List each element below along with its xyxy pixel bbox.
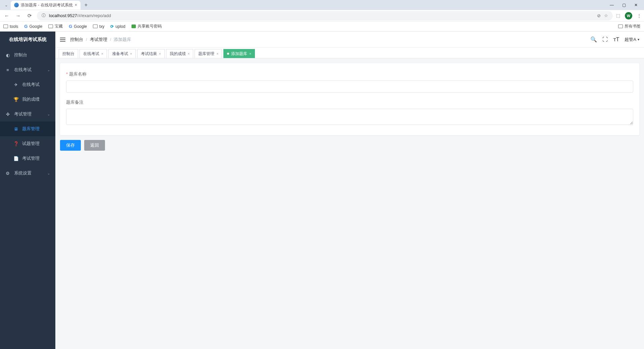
fullscreen-icon[interactable]: ⛶ xyxy=(602,37,608,43)
active-dot-icon xyxy=(227,53,229,55)
plane-icon: ✈ xyxy=(13,82,18,87)
main-area: 控制台 / 考试管理 / 添加题库 🔍 ⛶ ᴛT 超管A ▾ 控制台 在线考试×… xyxy=(55,32,644,349)
question-icon: ❓ xyxy=(13,141,18,146)
google-icon: G xyxy=(69,24,72,29)
bookmark-google-1[interactable]: GGoogle xyxy=(24,24,42,29)
sidebar-item-online-exam[interactable]: ≡ 在线考试 ⌄ xyxy=(0,62,55,77)
sidebar-sub-my-score[interactable]: 🏆 我的成绩 xyxy=(0,92,55,107)
sidebar-item-system-settings[interactable]: ⚙ 系统设置 ⌄ xyxy=(0,166,55,181)
close-window-icon[interactable]: ✕ xyxy=(634,3,638,7)
breadcrumb-current: 添加题库 xyxy=(114,37,131,43)
bookmark-shared-pw[interactable]: 共享账号密码 xyxy=(131,23,162,29)
close-icon[interactable]: × xyxy=(130,52,132,56)
sidebar-item-console[interactable]: ◐ 控制台 xyxy=(0,48,55,62)
tab-repo-manage[interactable]: 题库管理× xyxy=(195,49,222,58)
browser-tab-active[interactable]: 添加题库 - 在线培训考试系统 × xyxy=(11,1,80,10)
dashboard-icon: ◐ xyxy=(5,53,10,58)
back-icon[interactable]: ← xyxy=(3,13,11,18)
favicon-icon xyxy=(14,3,19,7)
browser-menu-icon[interactable]: ⋮ xyxy=(637,13,641,18)
sidebar-item-label: 控制台 xyxy=(14,52,27,58)
url-text: localhost:9527/#/exam/repo/add xyxy=(49,13,111,18)
new-tab-button[interactable]: + xyxy=(82,2,90,8)
sidebar-sub-exam-manage[interactable]: 📄 考试管理 xyxy=(0,151,55,166)
bookmark-star-icon[interactable]: ☆ xyxy=(604,13,608,18)
sidebar-item-label: 考试管理 xyxy=(14,111,32,117)
site-info-icon[interactable]: ⓘ xyxy=(42,13,46,18)
page-content: *题库名称 题库备注 保存 返回 xyxy=(55,58,644,155)
close-icon[interactable]: × xyxy=(188,52,190,56)
chevron-down-icon: ⌄ xyxy=(47,68,50,72)
browser-tab-title: 添加题库 - 在线培训考试系统 xyxy=(21,2,73,8)
profile-avatar[interactable]: W xyxy=(625,12,632,19)
tab-online-exam[interactable]: 在线考试× xyxy=(79,49,107,58)
chevron-down-icon: ⌄ xyxy=(47,112,50,116)
address-bar: ← → ⟳ ⓘ localhost:9527/#/exam/repo/add ⊘… xyxy=(0,10,644,21)
page-tabs: 控制台 在线考试× 准备考试× 考试结果× 我的成绩× 题库管理× 添加题库× xyxy=(55,48,644,58)
back-button[interactable]: 返回 xyxy=(84,140,105,151)
settings-icon: ⚙ xyxy=(5,171,10,176)
tab-my-score[interactable]: 我的成绩× xyxy=(166,49,194,58)
repo-remark-input[interactable] xyxy=(66,109,633,125)
browser-tab-strip: ⌄ 添加题库 - 在线培训考试系统 × + — ▢ ✕ xyxy=(0,0,644,10)
close-icon[interactable]: × xyxy=(159,52,161,56)
close-icon[interactable]: × xyxy=(216,52,218,56)
breadcrumb: 控制台 / 考试管理 / 添加题库 xyxy=(70,37,131,43)
bookmark-tools[interactable]: tools xyxy=(3,24,18,29)
minimize-icon[interactable]: — xyxy=(610,3,614,7)
sidebar-sub-repo-manage[interactable]: 🖥 题库管理 xyxy=(0,121,55,136)
bookmark-baozang[interactable]: 宝藏 xyxy=(48,23,63,29)
tab-prepare-exam[interactable]: 准备考试× xyxy=(108,49,136,58)
bookmark-google-2[interactable]: GGoogle xyxy=(69,24,87,29)
sidebar-item-label: 在线考试 xyxy=(22,82,40,88)
topbar: 控制台 / 考试管理 / 添加题库 🔍 ⛶ ᴛT 超管A ▾ xyxy=(55,32,644,48)
sidebar-item-label: 考试管理 xyxy=(22,155,40,161)
bookmark-txy[interactable]: txy xyxy=(93,24,104,29)
collapse-sidebar-icon[interactable] xyxy=(60,38,65,42)
form-card: *题库名称 题库备注 xyxy=(60,63,639,135)
breadcrumb-item[interactable]: 考试管理 xyxy=(90,37,107,43)
repo-name-input[interactable] xyxy=(66,81,633,93)
repo-name-label: *题库名称 xyxy=(66,71,633,77)
maximize-icon[interactable]: ▢ xyxy=(622,3,626,7)
sidebar-item-label: 试题管理 xyxy=(22,141,40,147)
sidebar-item-exam-manage[interactable]: ✜ 考试管理 ⌄ xyxy=(0,107,55,121)
tab-exam-result[interactable]: 考试结果× xyxy=(137,49,165,58)
close-icon[interactable]: × xyxy=(101,52,103,56)
close-tab-icon[interactable]: × xyxy=(75,3,77,7)
bookmarks-bar: tools GGoogle 宝藏 GGoogle txy ⟳uplod 共享账号… xyxy=(0,21,644,32)
sidebar-sub-question-manage[interactable]: ❓ 试题管理 xyxy=(0,136,55,151)
sidebar-item-label: 题库管理 xyxy=(22,126,40,132)
list-icon: ≡ xyxy=(5,67,10,72)
user-dropdown[interactable]: 超管A ▾ xyxy=(625,37,639,43)
chevron-down-icon: ▾ xyxy=(638,38,639,41)
reload-icon[interactable]: ⟳ xyxy=(25,13,34,19)
bookmark-all[interactable]: 所有书签 xyxy=(618,23,641,29)
app-title: 在线培训考试系统 xyxy=(0,32,55,48)
tabs-dropdown-icon[interactable]: ⌄ xyxy=(3,3,9,7)
extensions-icon[interactable]: ⬚ xyxy=(616,13,620,18)
url-input[interactable]: ⓘ localhost:9527/#/exam/repo/add ⊘ ☆ xyxy=(37,11,613,20)
link-icon[interactable]: ⊘ xyxy=(597,13,601,18)
folder-icon xyxy=(48,24,53,28)
breadcrumb-item[interactable]: 控制台 xyxy=(70,37,83,43)
bookmark-uplod[interactable]: ⟳uplod xyxy=(110,24,125,29)
trophy-icon: 🏆 xyxy=(13,97,18,102)
sidebar-item-label: 我的成绩 xyxy=(22,96,40,102)
gear-icon: ✜ xyxy=(5,112,10,117)
chevron-down-icon: ⌄ xyxy=(47,171,50,175)
font-size-icon[interactable]: ᴛT xyxy=(613,36,620,43)
sidebar-sub-online-exam[interactable]: ✈ 在线考试 xyxy=(0,77,55,92)
tab-console[interactable]: 控制台 xyxy=(59,49,78,58)
forward-icon[interactable]: → xyxy=(14,13,22,18)
cloud-icon: ⟳ xyxy=(110,24,114,29)
close-icon[interactable]: × xyxy=(249,52,251,56)
monitor-icon: 🖥 xyxy=(13,127,18,132)
folder-icon xyxy=(3,24,8,28)
user-name: 超管A xyxy=(625,37,636,43)
sidebar: 在线培训考试系统 ◐ 控制台 ≡ 在线考试 ⌄ ✈ 在线考试 🏆 我的成绩 ✜ … xyxy=(0,32,55,349)
search-icon[interactable]: 🔍 xyxy=(590,36,597,43)
save-button[interactable]: 保存 xyxy=(60,140,81,151)
tab-add-repo[interactable]: 添加题库× xyxy=(223,49,255,58)
sheet-icon xyxy=(131,24,136,28)
